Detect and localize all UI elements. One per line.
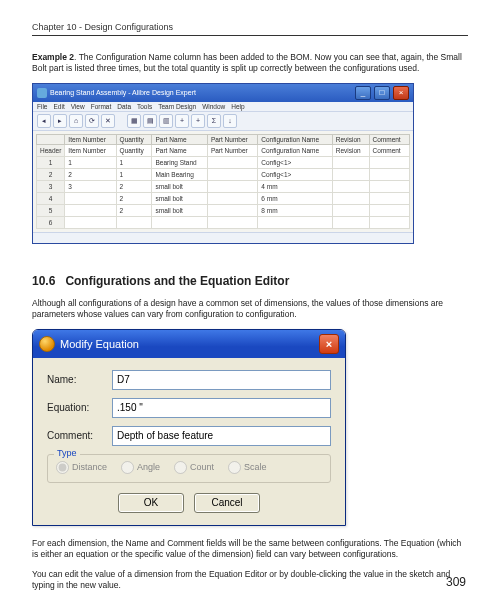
type-fieldset: Type Distance Angle Count Scale bbox=[47, 454, 331, 483]
bom-body: Item NumberQuantityPart NamePart NumberC… bbox=[33, 131, 413, 232]
toolbar-button[interactable]: ↓ bbox=[223, 114, 237, 128]
table-row: 52small bolt8 mm bbox=[37, 204, 410, 216]
toolbar-button[interactable]: ⟳ bbox=[85, 114, 99, 128]
table-row: 332small bolt4 mm bbox=[37, 180, 410, 192]
bom-statusbar bbox=[33, 232, 413, 243]
app-icon bbox=[37, 88, 47, 98]
modify-equation-dialog: Modify Equation × Name: Equation: Commen… bbox=[32, 329, 346, 526]
name-label: Name: bbox=[47, 374, 102, 385]
radio-scale[interactable]: Scale bbox=[228, 461, 267, 474]
toolbar-button[interactable]: + bbox=[175, 114, 189, 128]
table-row: 111Bearing StandConfig<1> bbox=[37, 156, 410, 168]
table-row: 6 bbox=[37, 216, 410, 228]
type-legend: Type bbox=[54, 448, 80, 458]
comment-label: Comment: bbox=[47, 430, 102, 441]
close-icon[interactable]: × bbox=[319, 334, 339, 354]
bom-titlebar: Bearing Stand Assembly - Alibre Design E… bbox=[33, 84, 413, 102]
paragraph-2: For each dimension, the Name and Comment… bbox=[32, 538, 468, 561]
dialog-icon bbox=[39, 336, 55, 352]
maximize-button[interactable]: □ bbox=[374, 86, 390, 100]
table-row: 221Main BearingConfig<1> bbox=[37, 168, 410, 180]
toolbar-button[interactable]: ▤ bbox=[143, 114, 157, 128]
close-button[interactable]: × bbox=[393, 86, 409, 100]
example-text: . The Configuration Name column has been… bbox=[32, 52, 462, 73]
section-title: Configurations and the Equation Editor bbox=[65, 274, 289, 288]
page-number: 309 bbox=[446, 575, 466, 589]
example-label: Example 2 bbox=[32, 52, 74, 62]
minimize-button[interactable]: _ bbox=[355, 86, 371, 100]
paragraph-3: You can edit the value of a dimension fr… bbox=[32, 569, 468, 592]
toolbar-button[interactable]: ▦ bbox=[127, 114, 141, 128]
dialog-titlebar: Modify Equation × bbox=[33, 330, 345, 358]
toolbar-button[interactable]: + bbox=[191, 114, 205, 128]
toolbar-button[interactable]: Σ bbox=[207, 114, 221, 128]
bom-table[interactable]: Item NumberQuantityPart NamePart NumberC… bbox=[36, 134, 410, 229]
bom-menubar[interactable]: FileEditViewFormatDataToolsTeam DesignWi… bbox=[33, 102, 413, 111]
bom-window: Bearing Stand Assembly - Alibre Design E… bbox=[32, 83, 414, 244]
intro-paragraph: Although all configurations of a design … bbox=[32, 298, 468, 321]
toolbar-button[interactable]: ◂ bbox=[37, 114, 51, 128]
section-heading: 10.6 Configurations and the Equation Edi… bbox=[32, 274, 468, 288]
bom-window-title: Bearing Stand Assembly - Alibre Design E… bbox=[50, 89, 196, 96]
table-subheader-row: HeaderItem NumberQuantityPart NamePart N… bbox=[37, 144, 410, 156]
toolbar-button[interactable]: ▸ bbox=[53, 114, 67, 128]
page: Chapter 10 - Design Configurations Examp… bbox=[0, 0, 500, 607]
table-header-row: Item NumberQuantityPart NamePart NumberC… bbox=[37, 134, 410, 144]
toolbar-button[interactable]: ⌂ bbox=[69, 114, 83, 128]
toolbar-button[interactable]: ✕ bbox=[101, 114, 115, 128]
toolbar-button[interactable]: ▥ bbox=[159, 114, 173, 128]
dialog-body: Name: Equation: Comment: Type Distance A… bbox=[33, 358, 345, 525]
ok-button[interactable]: OK bbox=[118, 493, 184, 513]
equation-field[interactable] bbox=[112, 398, 331, 418]
radio-count[interactable]: Count bbox=[174, 461, 214, 474]
cancel-button[interactable]: Cancel bbox=[194, 493, 260, 513]
table-row: 42small bolt6 mm bbox=[37, 192, 410, 204]
comment-field[interactable] bbox=[112, 426, 331, 446]
radio-distance[interactable]: Distance bbox=[56, 461, 107, 474]
radio-angle[interactable]: Angle bbox=[121, 461, 160, 474]
bom-toolbar: ◂ ▸ ⌂ ⟳ ✕ ▦ ▤ ▥ + + Σ ↓ bbox=[33, 111, 413, 131]
chapter-header: Chapter 10 - Design Configurations bbox=[32, 22, 468, 36]
example-paragraph: Example 2. The Configuration Name column… bbox=[32, 52, 468, 75]
dialog-title: Modify Equation bbox=[60, 338, 139, 350]
name-field[interactable] bbox=[112, 370, 331, 390]
section-number: 10.6 bbox=[32, 274, 55, 288]
equation-label: Equation: bbox=[47, 402, 102, 413]
